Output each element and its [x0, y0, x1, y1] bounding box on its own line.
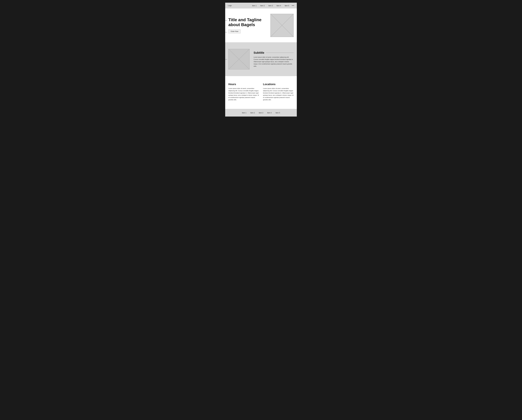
hero-text: Title and Tagline about Bagels Order Now — [228, 17, 270, 34]
hero-title: Title and Tagline about Bagels — [228, 17, 263, 27]
order-now-button[interactable]: Order Now — [228, 30, 241, 33]
content-subtitle: Subtitle — [253, 51, 264, 54]
subtitle-row: Subtitle — [253, 51, 294, 54]
footer-item-1[interactable]: Item 1 — [242, 112, 246, 114]
nav-items: Item 1 Item 2 Item 3 Item 4 Item 5 — [252, 4, 289, 7]
footer-item-2[interactable]: Item 2 — [250, 112, 255, 114]
nav-item-2[interactable]: Item 2 — [260, 4, 265, 7]
hours-column: Hours Lorem ipsum dolor sit amet, consec… — [228, 83, 259, 101]
navbar: Logo Item 1 Item 2 Item 3 Item 4 Item 5 — [225, 3, 297, 8]
content-image-placeholder — [228, 49, 250, 69]
page-wrapper: Logo Item 1 Item 2 Item 3 Item 4 Item 5 … — [225, 3, 297, 116]
left-accent-bar-bottom — [225, 32, 227, 32]
nav-item-4[interactable]: Item 4 — [276, 4, 281, 7]
nav-item-5[interactable]: Item 5 — [285, 4, 289, 7]
locations-column: Locations Lorem ipsum dolor sit amet, co… — [263, 83, 294, 101]
content-text: Subtitle Lorem ipsum dolor sit amet, con… — [253, 51, 294, 67]
hero-image-placeholder — [270, 14, 294, 37]
nav-item-3[interactable]: Item 3 — [269, 4, 273, 7]
info-section: Hours Lorem ipsum dolor sit amet, consec… — [225, 76, 297, 109]
locations-title: Locations — [263, 83, 294, 86]
left-accent-bar-top — [225, 20, 227, 21]
content-body: Lorem ipsum dolor sit amet, consectetur … — [253, 56, 294, 67]
hours-body: Lorem ipsum dolor sit amet, consectetur … — [228, 87, 259, 101]
footer: Item 1 Item 2 Item 3 Item 4 Item 5 — [225, 109, 297, 116]
logo[interactable]: Logo — [228, 5, 232, 7]
locations-body: Lorem ipsum dolor sit amet, consectetur … — [263, 87, 294, 101]
footer-items: Item 1 Item 2 Item 3 Item 4 Item 5 — [225, 109, 297, 116]
footer-item-3[interactable]: Item 3 — [259, 112, 263, 114]
footer-item-4[interactable]: Item 4 — [267, 112, 272, 114]
hamburger-icon[interactable] — [292, 5, 294, 6]
content-section: Subtitle Lorem ipsum dolor sit amet, con… — [225, 42, 297, 76]
subtitle-line — [266, 53, 294, 53]
hero-section: Title and Tagline about Bagels Order Now — [225, 8, 297, 42]
hours-title: Hours — [228, 83, 259, 86]
footer-item-5[interactable]: Item 5 — [276, 112, 280, 114]
nav-item-1[interactable]: Item 1 — [252, 4, 256, 7]
content-left-bar — [225, 59, 227, 60]
